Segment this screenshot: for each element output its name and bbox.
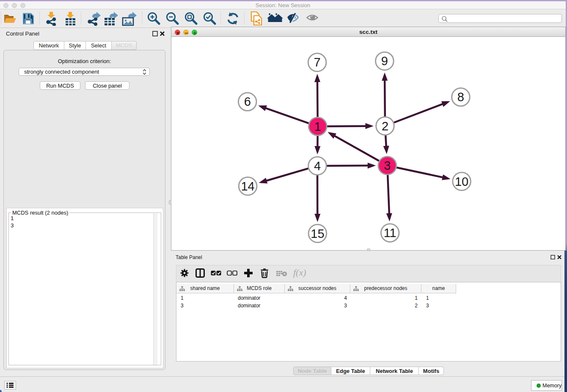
svg-text:14: 14	[241, 179, 254, 193]
svg-text:7: 7	[314, 55, 321, 69]
svg-text:9: 9	[381, 54, 388, 68]
svg-text:10: 10	[455, 175, 468, 188]
svg-text:11: 11	[384, 226, 396, 240]
svg-text:8: 8	[457, 90, 464, 104]
svg-text:15: 15	[311, 227, 324, 240]
svg-text:2: 2	[382, 119, 388, 133]
svg-text:3: 3	[384, 159, 391, 172]
svg-text:4: 4	[314, 159, 321, 173]
svg-text:6: 6	[244, 95, 251, 108]
svg-text:1: 1	[314, 120, 321, 133]
